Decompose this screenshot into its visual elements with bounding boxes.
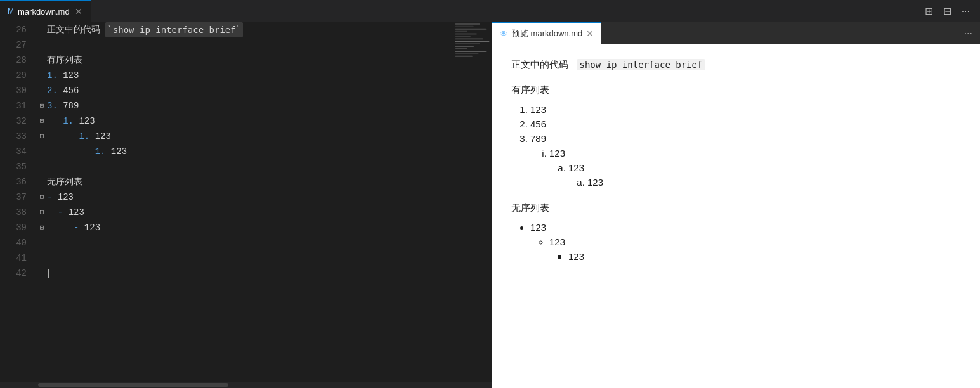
split-editor-icon[interactable]: ⊞ (921, 3, 937, 20)
code-line-26: 正文中的代码 `show ip interface brief` (37, 22, 448, 37)
preview-ul-sub: 123 123 (530, 236, 961, 262)
line-26-code: `show ip interface brief` (105, 22, 243, 37)
preview-tab[interactable]: 👁 预览 markdown.md ✕ (492, 22, 601, 44)
line-38-text: 123 (69, 205, 84, 220)
editor-tab-close[interactable]: ✕ (74, 6, 84, 16)
code-line-32: ⊟ 1. 123 (37, 113, 448, 129)
preview-unordered-list: 123 123 123 (511, 222, 961, 262)
line-36-text: 无序列表 (47, 174, 82, 190)
preview-ol-sub3: 123 (568, 177, 961, 188)
list-item: 123 (587, 177, 961, 188)
code-line-29: 1. 123 (37, 68, 448, 83)
fold-28 (37, 55, 47, 65)
code-line-28: 有序列表 (37, 53, 448, 68)
line-30-text: 456 (58, 83, 79, 98)
line-31-num: 3. (47, 98, 58, 113)
line-39-indent (47, 220, 74, 235)
line-38-bullet: - (58, 205, 69, 220)
main-area: 26 27 28 29 30 31 32 33 34 35 36 37 38 3… (0, 22, 980, 388)
line-37-bullet: - (47, 190, 58, 205)
line-33-text: 123 (89, 129, 111, 144)
horizontal-scrollbar[interactable] (0, 382, 492, 388)
line-28-text: 有序列表 (47, 53, 82, 68)
list-item: 123 (568, 251, 961, 262)
line-39-bullet: - (74, 220, 84, 235)
fold-31[interactable]: ⊟ (37, 101, 47, 111)
line-37-text: 123 (58, 190, 74, 205)
code-line-37: ⊟ - 123 (37, 190, 448, 205)
fold-41 (37, 253, 47, 263)
preview-pane: 👁 预览 markdown.md ✕ ··· 正文中的代码 show ip in… (492, 22, 980, 388)
preview-inline-code-para: 正文中的代码 show ip interface brief (511, 57, 961, 72)
code-line-31: ⊟ 3. 789 (37, 98, 448, 113)
preview-tab-label: 预览 markdown.md (512, 28, 582, 39)
line-31-text: 789 (58, 98, 79, 113)
preview-ul-sub2: 123 (549, 251, 961, 262)
code-line-33: ⊟ 1. 123 (37, 129, 448, 144)
editor-tab[interactable]: M markdown.md ✕ (0, 0, 91, 22)
line-29-num: 1. (47, 68, 58, 83)
code-line-42 (37, 266, 448, 281)
ln-35: 35 (10, 159, 27, 174)
minimap[interactable] (454, 22, 492, 382)
code-area[interactable]: 正文中的代码 `show ip interface brief` 有序列表 1.… (32, 22, 454, 382)
code-line-35 (37, 159, 448, 174)
fold-36 (37, 177, 47, 187)
preview-tab-icon: 👁 (500, 29, 508, 39)
line-33-indent (47, 129, 79, 144)
code-line-30: 2. 456 (37, 83, 448, 98)
fold-33[interactable]: ⊟ (37, 131, 47, 141)
preview-ol-sub: 123 123 123 (530, 148, 961, 188)
line-32-num: 1. (63, 113, 74, 129)
list-item: 123 123 (549, 236, 961, 262)
preview-tab-close[interactable]: ✕ (586, 29, 594, 39)
ln-34: 34 (10, 144, 27, 159)
ln-41: 41 (10, 250, 27, 266)
preview-ordered-list: 123 456 789 123 123 123 (511, 104, 961, 188)
fold-40 (37, 238, 47, 248)
editor-tab-label: markdown.md (18, 7, 70, 16)
ln-36: 36 (10, 174, 27, 190)
ln-37: 37 (10, 190, 27, 205)
preview-inline-code: show ip interface brief (577, 59, 706, 70)
code-line-41 (37, 250, 448, 266)
code-line-27 (37, 37, 448, 53)
list-item: 123 123 (568, 162, 961, 188)
editor-content[interactable]: 26 27 28 29 30 31 32 33 34 35 36 37 38 3… (0, 22, 492, 382)
editor-pane: 26 27 28 29 30 31 32 33 34 35 36 37 38 3… (0, 22, 492, 388)
line-32-indent (47, 113, 63, 129)
code-line-36: 无序列表 (37, 174, 448, 190)
fold-39[interactable]: ⊟ (37, 223, 47, 233)
ln-31: 31 (10, 98, 27, 113)
line-34-num: 1. (95, 144, 106, 159)
list-item: 456 (530, 119, 961, 129)
line-34-text: 123 (105, 144, 127, 159)
split-editor-side-icon[interactable]: ⊟ (939, 3, 955, 20)
ln-32: 32 (10, 113, 27, 129)
preview-more-actions[interactable]: ··· (964, 28, 980, 39)
h-scrollbar-thumb (38, 383, 228, 387)
fold-42 (37, 268, 47, 278)
ln-29: 29 (10, 68, 27, 83)
preview-unordered-title: 无序列表 (511, 200, 961, 216)
fold-27 (37, 40, 47, 50)
ln-38: 38 (10, 205, 27, 220)
ln-26: 26 (10, 22, 27, 37)
code-line-39: ⊟ - 123 (37, 220, 448, 235)
fold-37[interactable]: ⊟ (37, 192, 47, 202)
line-32-text: 123 (74, 113, 95, 129)
ln-30: 30 (10, 83, 27, 98)
line-29-text: 123 (58, 68, 79, 83)
fold-38[interactable]: ⊟ (37, 207, 47, 217)
code-line-34: 1. 123 (37, 144, 448, 159)
preview-ordered-title: 有序列表 (511, 82, 961, 98)
tab-bar: M markdown.md ✕ ⊞ ⊟ ··· (0, 0, 980, 22)
fold-34 (37, 146, 47, 157)
fold-32[interactable]: ⊟ (37, 116, 47, 126)
line-38-indent (47, 205, 58, 220)
ln-39: 39 (10, 220, 27, 235)
more-actions-icon[interactable]: ··· (958, 3, 974, 20)
ln-27: 27 (10, 37, 27, 53)
line-26-text1: 正文中的代码 (47, 22, 105, 37)
line-34-indent (47, 144, 95, 159)
